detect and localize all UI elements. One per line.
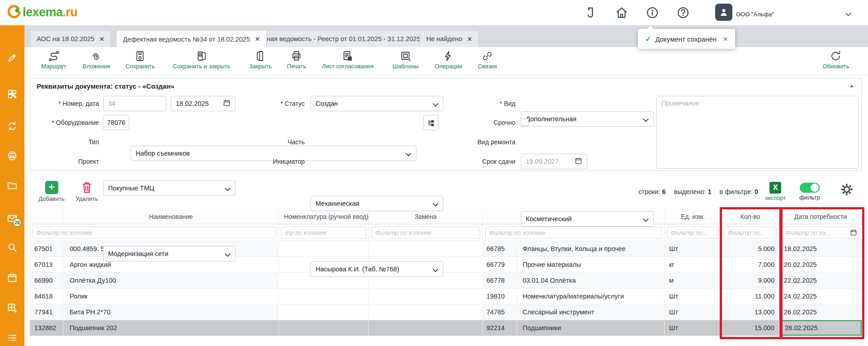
date-field[interactable] — [171, 96, 236, 111]
table-row[interactable]: 66990 Оплётка Ду100 66778 03.01.04 Оплёт… — [30, 273, 862, 289]
part-select[interactable]: Механическая — [311, 196, 443, 211]
header-name[interactable]: Наименование — [63, 209, 279, 224]
calendar-icon[interactable] — [575, 157, 582, 166]
table-filter-row — [30, 224, 862, 241]
user-avatar[interactable] — [715, 4, 732, 21]
refresh-button[interactable]: Обновить — [823, 50, 849, 70]
list-icon[interactable] — [7, 332, 18, 343]
search-icon[interactable] — [7, 242, 18, 253]
filter-nomenclature-input[interactable] — [281, 227, 366, 239]
qr-code-icon[interactable] — [7, 89, 18, 100]
approval-sheet-button[interactable]: Лист согласования — [322, 50, 373, 70]
grid-stats: строки: 6 выделено: 1 в фильтре: 0 — [638, 188, 758, 195]
save-and-close-button[interactable]: Сохранить и закрыть — [173, 50, 230, 70]
table-add-icon[interactable] — [7, 303, 18, 313]
lexema-logo[interactable]: lexema.ru — [6, 5, 78, 20]
date-input[interactable] — [176, 100, 217, 107]
edit-icon[interactable] — [7, 52, 18, 63]
tab-close-icon[interactable]: ✕ — [467, 36, 472, 43]
tab-defect-statement[interactable]: Дефектная ведомость №34 от 18.02.2025 ✕ — [116, 30, 267, 47]
vid-select[interactable]: Дополнительная — [521, 111, 654, 127]
mail-badge: 28 — [13, 218, 21, 227]
tab-label: АОС на 18.02.2025 — [37, 35, 94, 43]
templates-icon — [400, 50, 411, 62]
tab-close-icon[interactable]: ✕ — [99, 36, 104, 43]
project-select[interactable]: Модернизация сети — [103, 246, 236, 261]
button-label: Добавить — [38, 195, 64, 202]
button-label: Сохранить и закрыть — [173, 63, 230, 70]
tab-aoc[interactable]: АОС на 18.02.2025 ✕ — [30, 30, 111, 47]
delete-row-button[interactable]: Удалить — [69, 181, 105, 202]
header-unit[interactable]: Ед. изм. — [665, 209, 722, 224]
initiator-select[interactable]: Насырова К.И. (Таб. №768) — [311, 261, 443, 277]
print-button[interactable]: Печать — [287, 50, 307, 70]
filter-date-input[interactable] — [782, 227, 859, 239]
calendar-icon[interactable] — [850, 229, 857, 236]
initiator-value: Насырова К.И. (Таб. №768) — [316, 265, 399, 273]
sync-icon[interactable] — [7, 121, 18, 132]
help-icon[interactable] — [676, 6, 690, 19]
links-button[interactable]: Связки — [478, 50, 497, 70]
rows-count-value: 6 — [662, 188, 666, 195]
paperclip-icon — [90, 50, 102, 62]
status-select[interactable]: Создан — [311, 96, 443, 111]
urgent-checkbox[interactable] — [521, 118, 528, 126]
equipment-code-field[interactable] — [103, 115, 129, 130]
chevron-down-icon[interactable] — [846, 9, 850, 17]
excel-export-button[interactable]: X экспорт — [765, 182, 786, 201]
due-date-field[interactable] — [521, 154, 587, 169]
project-label: Проект — [30, 154, 99, 169]
table-row[interactable]: 77941 Бита PH 2*70 74785 Слесарный инстр… — [30, 304, 862, 320]
equipment-code-input[interactable] — [107, 119, 125, 126]
calendar-icon[interactable] — [7, 272, 18, 283]
save-button[interactable]: Сохранить — [126, 50, 155, 70]
filter-replace-input[interactable] — [371, 227, 480, 239]
journal-icon[interactable] — [584, 6, 598, 19]
filtered-count-value: 0 — [755, 188, 758, 195]
selected-count-value: 1 — [708, 188, 711, 195]
active-cell[interactable]: 28.02.2025 — [779, 320, 862, 336]
grid-settings-gear-icon[interactable] — [840, 183, 854, 196]
collapse-panel-icon[interactable]: ▲ — [849, 83, 854, 88]
number-input[interactable] — [108, 100, 161, 107]
calendar-icon[interactable] — [223, 99, 231, 108]
filter-toggle[interactable] — [800, 183, 820, 193]
chevron-down-icon — [433, 201, 439, 207]
tab-not-found[interactable]: Не найдено ✕ — [420, 30, 479, 47]
tab-close-icon[interactable]: ✕ — [255, 36, 260, 43]
table-row[interactable]: 84618 Ролик 19810 Номенклатура/материалы… — [30, 289, 862, 304]
filter-group-input[interactable] — [485, 227, 662, 239]
attachments-button[interactable]: Вложения — [83, 50, 110, 70]
filter-name-input[interactable] — [32, 227, 276, 239]
toast-close-icon[interactable]: ✕ — [723, 36, 728, 43]
equipment-tree-button[interactable] — [423, 115, 439, 130]
toggle-knob — [811, 184, 819, 192]
repair-type-select[interactable]: Косметический — [521, 211, 654, 227]
due-date-input[interactable] — [526, 158, 567, 165]
operations-button[interactable]: Операции — [435, 50, 462, 70]
type-select[interactable]: Покупные ТМЦ — [103, 180, 236, 196]
add-row-button[interactable]: + Добавить — [33, 181, 70, 202]
header-id[interactable] — [30, 209, 63, 224]
tab-label: Дефектная ведомость №34 от 18.02.2025 — [123, 36, 250, 43]
filtered-count-label: в фильтре: — [720, 188, 753, 195]
templates-button[interactable]: Шаблоны — [392, 50, 419, 70]
button-label: экспорт — [765, 194, 786, 201]
filter-unit-input[interactable] — [667, 227, 719, 239]
filter-qty-input[interactable] — [724, 227, 777, 239]
close-button[interactable]: Закрыть — [249, 50, 272, 70]
table-header-row: Наименование Номенклатура (ручной ввод) … — [30, 209, 862, 224]
route-button[interactable]: Маршрут — [41, 50, 66, 70]
plus-icon: + — [45, 181, 58, 194]
tab-registry[interactable]: Дефектная ведомость - Реестр от 01.01.20… — [237, 30, 437, 47]
folder-icon[interactable] — [7, 180, 18, 191]
info-icon[interactable] — [646, 6, 659, 19]
header-date[interactable]: Дата потребности — [779, 209, 862, 224]
header-qty[interactable]: Кол-во — [722, 209, 779, 224]
table-row-selected[interactable]: 132882 Подшипник 202 92214 Подшипники Шт… — [30, 320, 862, 336]
printer-icon[interactable] — [7, 151, 18, 161]
home-icon[interactable] — [615, 6, 628, 19]
note-textarea[interactable] — [656, 96, 859, 169]
mail-icon[interactable]: 28 — [7, 213, 18, 224]
number-field[interactable] — [103, 96, 166, 111]
